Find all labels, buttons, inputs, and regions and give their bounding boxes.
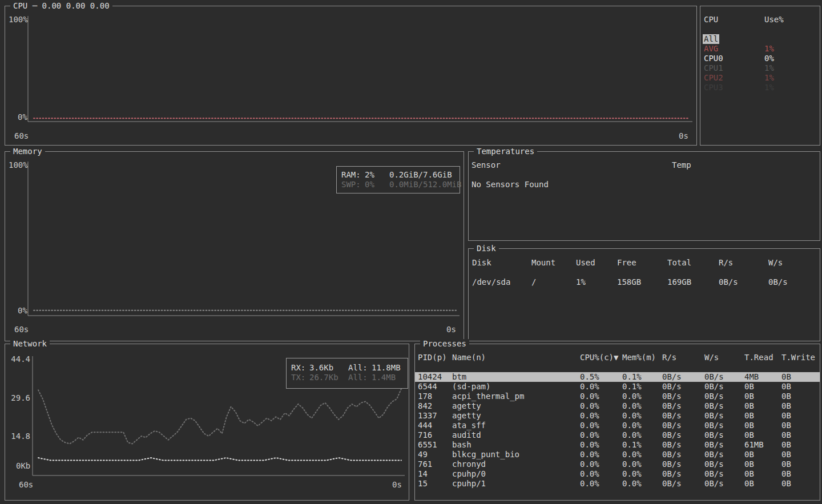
process-row[interactable]: 15cpuhp/10.0%0.0%0B/s0B/s0B0B: [415, 479, 820, 489]
proc-col-tread[interactable]: T.Read: [744, 353, 781, 362]
network-rates-legend: RX: 3.6Kb All: 11.8MB TX: 26.7Kb All: 1.…: [286, 358, 408, 389]
cpu-legend-row-avg[interactable]: AVG 1%: [700, 44, 820, 54]
processes-rows: 10424btm0.5%0.1%0B/s0B/s4MB0B 6544(sd-pa…: [415, 372, 820, 489]
proc-col-mem[interactable]: Mem%(m): [622, 353, 662, 362]
disk-used: 1%: [576, 277, 617, 287]
process-row[interactable]: 6551bash0.0%0.1%0B/s0B/s61MB0B: [415, 440, 820, 450]
cpu-legend-col-use: Use%: [764, 15, 820, 25]
process-row[interactable]: 716auditd0.0%0.0%0B/s0B/s0B0B: [415, 430, 820, 440]
memory-panel[interactable]: Memory 100% 0% 60s 0s RAM: 2% 0.2GiB/7.6…: [5, 151, 464, 341]
network-panel[interactable]: Network 44.4 29.6 14.8 0Kb 60s 0s RX: 3.…: [5, 344, 409, 501]
processes-header: PID(p) Name(n) CPU%(c)▼ Mem%(m) R/s W/s …: [415, 353, 820, 362]
cpu-legend-cpu1-label: CPU1: [704, 63, 764, 73]
disk-rs: 0B/s: [719, 277, 768, 287]
cpu-legend-cpu2-use: 1%: [764, 73, 820, 83]
process-row[interactable]: 444ata_sff0.0%0.0%0B/s0B/s0B0B: [415, 421, 820, 430]
cpu-panel[interactable]: CPU ─ 0.00 0.00 0.00 100% 0% 60s 0s: [5, 6, 697, 146]
cpu-legend-row-cpu2[interactable]: CPU2 1%: [700, 73, 820, 83]
cpu-legend-cpu3-label: CPU3: [704, 83, 764, 92]
disk-total: 169GB: [667, 277, 719, 287]
rx-all-label: All:: [348, 363, 372, 373]
tx-rate-row: TX: 26.7Kb All: 1.4MB: [287, 373, 408, 382]
cpu-legend-row-cpu3[interactable]: CPU3 1%: [700, 83, 820, 92]
disk-mount: /: [531, 277, 576, 287]
cpu-legend-avg-use: 1%: [764, 44, 820, 54]
tx-label: TX:: [291, 373, 309, 382]
memory-ymin-label: 0%: [18, 306, 27, 316]
net-xright-label: 0s: [392, 480, 402, 490]
cpu-chart: [5, 6, 696, 145]
disk-panel[interactable]: Disk Disk Mount Used Free Total R/s W/s …: [468, 248, 820, 341]
ram-percent: 2%: [365, 170, 389, 180]
btm-system-monitor: CPU ─ 0.00 0.00 0.00 100% 0% 60s 0s CPU …: [0, 0, 822, 504]
memory-xleft-label: 60s: [14, 325, 29, 334]
proc-col-ws[interactable]: W/s: [704, 353, 744, 362]
cpu-ymin-label: 0%: [18, 112, 27, 122]
disk-col-mount[interactable]: Mount: [531, 258, 576, 268]
cpu-legend-row-cpu1[interactable]: CPU1 1%: [700, 63, 820, 73]
cpu-ymax-label: 100%: [9, 15, 28, 25]
cpu-legend-spacer: [700, 25, 820, 34]
cpu-legend-cpu0-use: 0%: [764, 54, 820, 63]
disk-ws: 0B/s: [768, 277, 820, 287]
memory-ymax-label: 100%: [9, 160, 28, 170]
disk-free: 158GB: [617, 277, 667, 287]
cpu-legend-row-cpu0[interactable]: CPU0 0%: [700, 54, 820, 63]
process-row[interactable]: 10424btm0.5%0.1%0B/s0B/s4MB0B: [415, 372, 820, 382]
cpu-legend-header: CPU Use%: [700, 15, 820, 25]
processes-panel[interactable]: Processes PID(p) Name(n) CPU%(c)▼ Mem%(m…: [414, 344, 820, 501]
process-row[interactable]: 842agetty0.0%0.0%0B/s0B/s0B0B: [415, 401, 820, 411]
disk-row-sda[interactable]: /dev/sda / 1% 158GB 169GB 0B/s 0B/s: [469, 277, 820, 287]
proc-col-cpu-sort[interactable]: CPU%(c)▼: [580, 353, 622, 362]
proc-col-pid[interactable]: PID(p): [418, 353, 452, 362]
disk-header: Disk Mount Used Free Total R/s W/s: [469, 258, 820, 268]
cpu-legend-all-label[interactable]: All: [703, 34, 719, 44]
memory-xright-label: 0s: [446, 325, 456, 334]
cpu-legend-cpu3-use: 1%: [764, 83, 820, 92]
swap-percent: 0%: [365, 180, 389, 189]
temperatures-panel[interactable]: Temperatures Sensor Temp No Sensors Foun…: [468, 151, 820, 241]
disk-col-ws[interactable]: W/s: [768, 258, 820, 268]
rx-total: 11.8MB: [372, 363, 408, 373]
proc-col-twrite[interactable]: T.Write: [781, 353, 820, 362]
net-xleft-label: 60s: [19, 480, 33, 490]
disk-col-disk[interactable]: Disk: [472, 258, 531, 268]
rx-label: RX:: [291, 363, 309, 373]
temperatures-empty-message: No Sensors Found: [472, 180, 549, 189]
rx-rate-row: RX: 3.6Kb All: 11.8MB: [287, 363, 408, 373]
net-ytick-3: 0Kb: [16, 461, 30, 471]
cpu-legend-panel[interactable]: CPU Use% All AVG 1% CPU0 0% CPU1 1% CPU2: [700, 6, 820, 146]
temp-col-temp[interactable]: Temp: [672, 160, 820, 170]
process-row[interactable]: 6544(sd-pam)0.0%0.1%0B/s0B/s0B0B: [415, 382, 820, 392]
cpu-legend-cpu2-label: CPU2: [704, 73, 764, 83]
swap-label: SWP:: [341, 180, 365, 189]
disk-panel-title: Disk: [474, 244, 499, 253]
swap-usage: 0.0MiB/512.0MiB: [389, 180, 461, 189]
temperatures-panel-title: Temperatures: [474, 147, 537, 156]
proc-col-name[interactable]: Name(n): [452, 353, 580, 362]
cpu-xleft-label: 60s: [14, 131, 29, 141]
process-row[interactable]: 761chronyd0.0%0.0%0B/s0B/s0B0B: [415, 459, 820, 469]
temp-col-sensor[interactable]: Sensor: [472, 160, 672, 170]
ram-usage: 0.2GiB/7.6GiB: [389, 170, 460, 180]
cpu-legend-avg-label: AVG: [704, 44, 764, 54]
temperatures-header: Sensor Temp: [469, 160, 820, 170]
disk-col-free[interactable]: Free: [617, 258, 667, 268]
proc-col-rs[interactable]: R/s: [662, 353, 704, 362]
tx-all-label: All:: [348, 373, 372, 382]
process-row[interactable]: 178acpi_thermal_pm0.0%0.0%0B/s0B/s0B0B: [415, 392, 820, 401]
process-row[interactable]: 14cpuhp/00.0%0.0%0B/s0B/s0B0B: [415, 469, 820, 479]
cpu-legend-row-all[interactable]: All: [700, 34, 820, 44]
process-row[interactable]: 1337agetty0.0%0.0%0B/s0B/s0B0B: [415, 411, 820, 421]
disk-col-total[interactable]: Total: [667, 258, 719, 268]
ram-label: RAM:: [341, 170, 365, 180]
memory-usage-legend: RAM: 2% 0.2GiB/7.6GiB SWP: 0% 0.0MiB/512…: [336, 166, 460, 193]
disk-col-rs[interactable]: R/s: [719, 258, 768, 268]
tx-rate: 26.7Kb: [309, 373, 348, 382]
cpu-legend-all-use: [764, 34, 820, 44]
net-ytick-0: 44.4: [11, 354, 30, 364]
process-row[interactable]: 49blkcg_punt_bio0.0%0.0%0B/s0B/s0B0B: [415, 450, 820, 459]
disk-col-used[interactable]: Used: [576, 258, 617, 268]
cpu-xright-label: 0s: [679, 131, 688, 141]
ram-usage-row: RAM: 2% 0.2GiB/7.6GiB: [337, 170, 460, 180]
